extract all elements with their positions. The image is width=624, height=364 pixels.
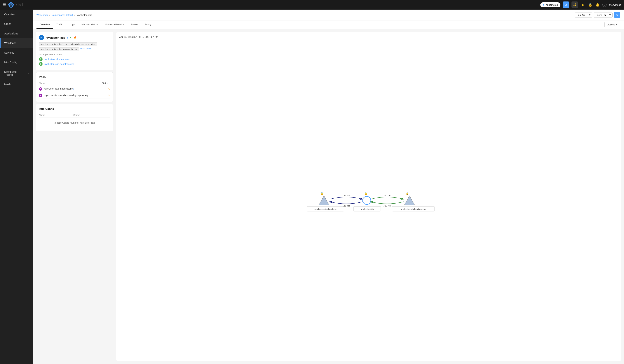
cluster-label: Kubernetes bbox=[546, 3, 558, 6]
label-chip: app.kubernetes.io/created-by=kuberay-ope… bbox=[39, 42, 97, 46]
service-icon-headless: S bbox=[39, 62, 43, 66]
svg-point-3 bbox=[10, 4, 12, 5]
node-headless-svc-shape[interactable] bbox=[404, 196, 415, 205]
workload-info-card: W raycluster-istio ℹ ✔ 🔥 app.kubernetes.… bbox=[36, 32, 113, 70]
sidebar-item-istio-config[interactable]: Istio Config bbox=[0, 57, 33, 67]
bell-icon[interactable]: 🔔 bbox=[595, 2, 600, 7]
no-config-cell: No Istio Config found for raycluster-ist… bbox=[39, 118, 110, 128]
cluster-dot bbox=[543, 4, 544, 5]
actions-button[interactable]: Actions ▾ bbox=[604, 22, 620, 27]
label-chips: app.kubernetes.io/created-by=kuberay-ope… bbox=[39, 42, 110, 51]
every-time-select[interactable]: Every 1m Every 5m Every 10m bbox=[594, 13, 613, 18]
sidebar-item-graph[interactable]: Graph bbox=[0, 19, 33, 29]
tab-traffic[interactable]: Traffic bbox=[53, 21, 66, 29]
theme-toggle[interactable]: 🌙 bbox=[572, 1, 578, 8]
graph-canvas: 🔒 🔒 🔒 7.11 kps bbox=[116, 42, 621, 361]
refresh-button[interactable]: ↻ bbox=[614, 12, 620, 18]
sidebar-item-label: Istio Config bbox=[4, 61, 17, 64]
tab-outbound-metrics[interactable]: Outbound Metrics bbox=[102, 21, 127, 29]
istio-config-title: Istio Config bbox=[39, 107, 110, 110]
coin-icon[interactable]: ● bbox=[580, 2, 585, 7]
sidebar-item-services[interactable]: Services bbox=[0, 48, 33, 57]
workload-type-icon: W bbox=[39, 35, 44, 40]
status-warn-icon: 🔥 bbox=[73, 36, 77, 39]
sidebar-item-label: Services bbox=[4, 51, 14, 54]
node-label-head: raycluster-istio-head-svc bbox=[314, 208, 337, 210]
pods-table: Name Status P raycluster-istio-head-qpzk… bbox=[39, 81, 110, 99]
warning-icon: ⚠ bbox=[108, 88, 110, 91]
pod-name-cell: P raycluster-istio-worker-small-group-sk… bbox=[39, 92, 102, 99]
edge-label-outbound-top: 3.11 rps bbox=[383, 194, 391, 196]
refresh-icon: ↻ bbox=[616, 13, 618, 16]
edge-inbound-top bbox=[330, 197, 363, 199]
breadcrumb-workloads[interactable]: Workloads bbox=[36, 14, 48, 16]
tab-inbound-metrics[interactable]: Inbound Metrics bbox=[78, 21, 102, 29]
status-ok-icon: ✔ bbox=[69, 36, 72, 39]
edge-inbound-bottom bbox=[330, 202, 363, 204]
actions-label: Actions bbox=[607, 23, 615, 26]
service-link-head: S raycluster-istio-head-svc bbox=[39, 57, 110, 61]
table-row: No Istio Config found for raycluster-ist… bbox=[39, 118, 110, 128]
pod-info-icon[interactable]: ℹ bbox=[89, 94, 90, 97]
istio-config-table: Name Status No Istio Config found for ra… bbox=[39, 113, 110, 128]
label-chip: app.kubernetes.io/name=kuberay bbox=[39, 47, 79, 51]
network-graph: 🔒 🔒 🔒 7.11 kps bbox=[295, 185, 442, 222]
breadcrumb-sep-2: › bbox=[74, 14, 75, 16]
pods-col-status: Status bbox=[102, 81, 110, 86]
breadcrumb-bar: Workloads › Namespace: default › rayclus… bbox=[33, 10, 624, 21]
tab-envoy[interactable]: Envoy bbox=[141, 21, 155, 29]
pod-status-cell: ⚠ bbox=[102, 86, 110, 92]
istio-col-status: Status bbox=[73, 113, 110, 118]
node-raycluster-shape[interactable] bbox=[363, 196, 371, 204]
service-name-headless[interactable]: raycluster-istio-headless-svc bbox=[44, 63, 74, 65]
lock-headless-icon: 🔒 bbox=[406, 192, 409, 195]
kiali-logo-text: kiali bbox=[16, 3, 23, 7]
user-label: anonymous bbox=[609, 3, 621, 6]
tabs-bar: Overview Traffic Logs Inbound Metrics Ou… bbox=[33, 21, 624, 29]
sidebar-item-label: Applications bbox=[4, 32, 18, 35]
sidebar-item-label: Workloads bbox=[4, 42, 16, 45]
breadcrumb-namespace[interactable]: Namespace: default bbox=[52, 14, 73, 16]
node-head-svc-shape[interactable] bbox=[319, 196, 329, 205]
pods-col-name: Name bbox=[39, 81, 102, 86]
left-panel: W raycluster-istio ℹ ✔ 🔥 app.kubernetes.… bbox=[36, 32, 113, 361]
lock-icon[interactable]: 🔒 bbox=[588, 2, 593, 7]
main-layout: Overview Graph Applications Workloads Se… bbox=[0, 10, 624, 364]
sidebar-item-workloads[interactable]: Workloads bbox=[0, 38, 33, 48]
breadcrumb-sep-1: › bbox=[49, 14, 50, 16]
workload-name: raycluster-istio bbox=[46, 36, 65, 39]
cluster-selector[interactable]: Kubernetes bbox=[540, 2, 560, 7]
tabs-list: Overview Traffic Logs Inbound Metrics Ou… bbox=[36, 21, 155, 29]
graph-header: Apr 16, 11:33:57 PM ... 11:34:57 PM ⋮ bbox=[116, 32, 621, 42]
sidebar-item-overview[interactable]: Overview bbox=[0, 10, 33, 19]
node-label-center: raycluster-istio bbox=[361, 208, 374, 210]
last-time-select[interactable]: Last 1m Last 5m Last 10m Last 30m bbox=[575, 13, 592, 18]
hamburger-menu[interactable]: ☰ bbox=[3, 3, 6, 7]
table-row: P raycluster-istio-worker-small-group-sk… bbox=[39, 92, 110, 99]
graph-timestamp: Apr 16, 11:33:57 PM ... 11:34:57 PM bbox=[119, 36, 158, 38]
node-label-headless: raycluster-istio-headless-svc bbox=[401, 208, 426, 210]
pod-status-cell: ⚠ bbox=[102, 92, 110, 99]
service-name-head[interactable]: raycluster-istio-head-svc bbox=[44, 58, 70, 61]
tab-logs[interactable]: Logs bbox=[66, 21, 78, 29]
sidebar-item-distributed-tracing[interactable]: Distributed Tracing ↗ bbox=[0, 67, 33, 80]
sidebar-item-applications[interactable]: Applications bbox=[0, 29, 33, 38]
kiali-logo-icon bbox=[8, 2, 14, 8]
tab-traces[interactable]: Traces bbox=[127, 21, 141, 29]
more-labels-link[interactable]: More labels... bbox=[80, 47, 93, 51]
lock-head-icon: 🔒 bbox=[320, 192, 324, 195]
pods-card: Pods Name Status P r bbox=[36, 72, 113, 102]
info-icon[interactable]: ℹ bbox=[67, 36, 68, 39]
pods-section-title: Pods bbox=[39, 75, 110, 78]
tab-overview[interactable]: Overview bbox=[36, 21, 53, 29]
pod-name: raycluster-istio-worker-small-group-skh4… bbox=[44, 94, 88, 97]
help-icon[interactable]: ? bbox=[602, 3, 606, 7]
lock-center-icon: 🔒 bbox=[364, 192, 367, 195]
istio-col-name: Name bbox=[39, 113, 73, 118]
graph-more-button[interactable]: ⋮ bbox=[614, 35, 618, 39]
settings-button[interactable]: ⚙ bbox=[563, 1, 569, 8]
pod-info-icon[interactable]: ℹ bbox=[73, 87, 74, 90]
sidebar-item-label: Graph bbox=[4, 23, 11, 25]
table-row: P raycluster-istio-head-qpzkc ℹ ⚠ bbox=[39, 86, 110, 92]
sidebar-item-mesh[interactable]: Mesh bbox=[0, 80, 33, 89]
